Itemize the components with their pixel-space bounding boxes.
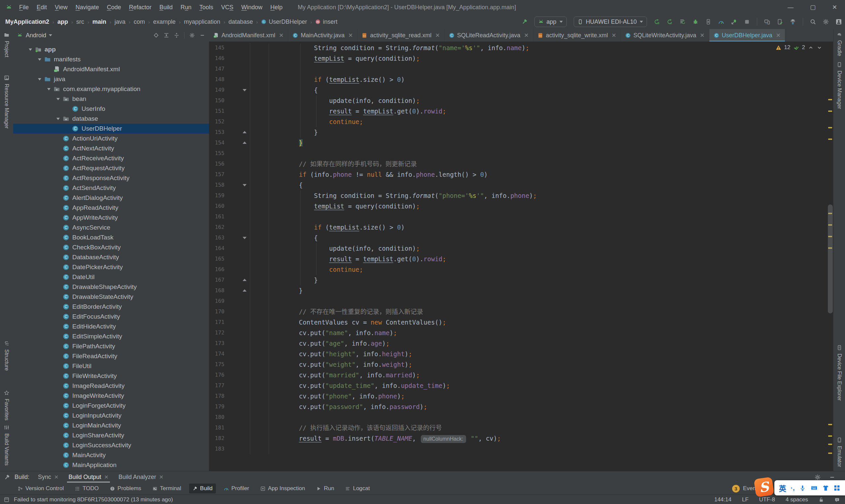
search-icon[interactable]	[810, 19, 816, 25]
tree-item-app[interactable]: app	[13, 44, 209, 54]
tree-item-UserDBHelper[interactable]: CUserDBHelper	[13, 124, 209, 133]
menu-help[interactable]: Help	[266, 4, 286, 11]
project-view-mode[interactable]: Android	[26, 32, 46, 39]
tool-stripe-build-variants[interactable]: Build Variants	[0, 425, 13, 466]
breadcrumb-item[interactable]: example	[153, 18, 176, 25]
close-icon[interactable]: ✕	[348, 32, 353, 39]
tool-button-run[interactable]: Run	[313, 484, 337, 493]
code-text[interactable]: {	[250, 180, 827, 190]
hide-panel-icon[interactable]	[829, 474, 835, 480]
code-line-152[interactable]: 152 continue;	[209, 116, 827, 127]
code-line-164[interactable]: 164 update(info, condition);	[209, 243, 827, 254]
code-text[interactable]: {	[250, 85, 827, 95]
breadcrumb-item[interactable]: myapplication	[184, 18, 220, 25]
menu-file[interactable]: File	[15, 4, 33, 11]
fold-marker-icon[interactable]	[243, 142, 247, 144]
breadcrumb-item[interactable]: src	[76, 18, 84, 25]
line-number[interactable]: 155	[209, 148, 225, 159]
tree-item-database[interactable]: database	[13, 114, 209, 124]
chevron-down-icon[interactable]	[49, 34, 52, 36]
ime-punctuation-toggle[interactable]: ·,	[791, 484, 794, 492]
editor-tab-MainActivity.java[interactable]: CMainActivity.java✕	[288, 29, 357, 41]
tree-item-LoginForgetActivity[interactable]: CLoginForgetActivity	[13, 401, 209, 411]
breadcrumb-item[interactable]: app	[57, 18, 68, 25]
code-line-170[interactable]: 170 // 不存在唯一性重复的记录，则插入新记录	[209, 306, 827, 317]
code-text[interactable]: update(info, condition);	[250, 243, 827, 254]
line-number[interactable]: 146	[209, 53, 225, 64]
settings-icon[interactable]	[815, 474, 821, 480]
line-number[interactable]: 158	[209, 180, 225, 190]
editor-tab-SQLiteReadActivity.java[interactable]: CSQLiteReadActivity.java✕	[445, 29, 533, 41]
close-icon[interactable]: ✕	[54, 474, 58, 480]
code-line-149[interactable]: 149 {	[209, 85, 827, 95]
tool-stripe-emulator[interactable]: Emulator	[833, 437, 845, 467]
fold-marker-icon[interactable]	[243, 279, 247, 281]
line-number[interactable]: 145	[209, 42, 225, 53]
line-number[interactable]: 151	[209, 106, 225, 116]
status-panel-icon[interactable]	[4, 497, 9, 502]
code-line-173[interactable]: 173 cv.put("age", info.age);	[209, 338, 827, 349]
chevron-expanded-icon[interactable]	[38, 78, 41, 80]
line-number[interactable]: 161	[209, 212, 225, 222]
code-text[interactable]: cv.put("height", info.height);	[250, 349, 827, 359]
next-inspection-chevron-down-icon[interactable]	[816, 45, 822, 51]
breadcrumb-item[interactable]: java	[115, 18, 125, 25]
line-number[interactable]: 154	[209, 138, 225, 148]
tree-item-EditFocusActivity[interactable]: CEditFocusActivity	[13, 312, 209, 322]
build-tab-sync[interactable]: Sync✕	[38, 471, 58, 483]
tree-item-DateUtil[interactable]: CDateUtil	[13, 272, 209, 282]
line-number[interactable]: 166	[209, 264, 225, 275]
tree-item-FileReadActivity[interactable]: CFileReadActivity	[13, 351, 209, 361]
line-number[interactable]: 172	[209, 327, 225, 338]
fold-marker-icon[interactable]	[243, 131, 247, 133]
line-ending[interactable]: LF	[742, 497, 749, 503]
line-number[interactable]: 168	[209, 285, 225, 296]
code-line-176[interactable]: 176 cv.put("married", info.married);	[209, 370, 827, 380]
debug-icon[interactable]	[692, 19, 699, 25]
line-number[interactable]: 156	[209, 159, 225, 169]
tool-button-todo[interactable]: TODO	[72, 484, 102, 493]
tree-item-ActReceiveActivity[interactable]: CActReceiveActivity	[13, 154, 209, 163]
line-number[interactable]: 177	[209, 380, 225, 391]
line-number[interactable]: 167	[209, 275, 225, 285]
tool-button-profiler[interactable]: Profiler	[221, 484, 252, 493]
code-line-174[interactable]: 174 cv.put("height", info.height);	[209, 349, 827, 359]
code-text[interactable]: if (tempList.size() > 0)	[250, 222, 827, 233]
ime-grid-menu-icon[interactable]	[833, 485, 840, 491]
code-text[interactable]: // 执行插入记录动作，该语句返回插入记录的行号	[250, 422, 827, 433]
editor-tab-activity_sqlite_read.xml[interactable]: <>activity_sqlite_read.xml✕	[357, 29, 444, 41]
code-line-146[interactable]: 146 tempList = query(condition);	[209, 53, 827, 64]
close-icon[interactable]: ✕	[776, 32, 781, 39]
code-text[interactable]: String condition = String.format("phone=…	[250, 190, 827, 201]
code-line-162[interactable]: 162 if (tempList.size() > 0)	[209, 222, 827, 233]
code-text[interactable]: tempList = query(condition);	[250, 201, 827, 212]
scrollbar-thumb[interactable]	[828, 204, 833, 313]
prev-inspection-chevron-up-icon[interactable]	[808, 45, 814, 51]
editor-tab-UserDBHelper.java[interactable]: CUserDBHelper.java✕	[709, 29, 785, 41]
tree-item-java[interactable]: java	[13, 74, 209, 84]
code-text[interactable]: cv.put("name", info.name);	[250, 327, 827, 338]
close-icon[interactable]: ✕	[159, 474, 163, 480]
tree-item-FileUtil[interactable]: CFileUtil	[13, 361, 209, 371]
code-text[interactable]: if (info.phone != null && info.phone.len…	[250, 169, 827, 180]
tool-stripe-device-file-explorer[interactable]: Device File Explorer	[833, 345, 845, 401]
tree-item-MainApplication[interactable]: CMainApplication	[13, 460, 209, 470]
code-line-155[interactable]: 155	[209, 148, 827, 159]
code-text[interactable]: }	[250, 275, 827, 285]
tool-button-logcat[interactable]: Logcat	[342, 484, 373, 493]
code-text[interactable]: cv.put("age", info.age);	[250, 338, 827, 349]
line-number[interactable]: 148	[209, 74, 225, 85]
line-number[interactable]: 157	[209, 169, 225, 180]
microphone-icon[interactable]	[799, 485, 806, 491]
close-icon[interactable]: ✕	[700, 32, 704, 39]
tree-item-ImageReadActivity[interactable]: CImageReadActivity	[13, 381, 209, 391]
user-avatar-icon[interactable]	[836, 19, 842, 25]
line-number[interactable]: 178	[209, 391, 225, 401]
tool-button-app-inspection[interactable]: App Inspection	[257, 484, 308, 493]
menu-window[interactable]: Window	[237, 4, 266, 11]
code-text[interactable]: // 如果存在同样的手机号码，则更新记录	[250, 159, 827, 169]
close-icon[interactable]: ✕	[104, 474, 109, 480]
menu-refactor[interactable]: Refactor	[125, 4, 156, 11]
sogou-logo[interactable]: S	[754, 476, 774, 497]
breadcrumb-item[interactable]: main	[92, 18, 106, 25]
